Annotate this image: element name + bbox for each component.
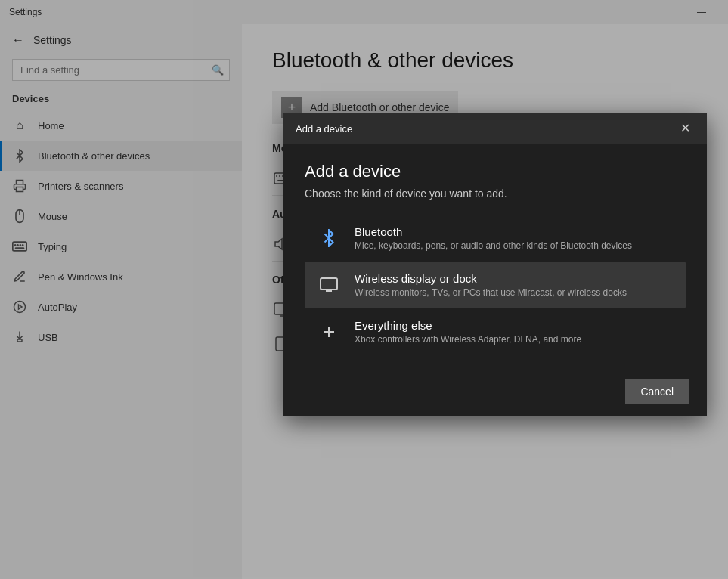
wireless-option-desc: Wireless monitors, TVs, or PCs that use …: [355, 287, 627, 298]
dialog-subtitle: Choose the kind of device you want to ad…: [305, 187, 686, 200]
dialog-option-everything[interactable]: Everything else Xbox controllers with Wi…: [305, 308, 686, 355]
bluetooth-option-desc: Mice, keyboards, pens, or audio and othe…: [355, 240, 632, 251]
everything-option-icon: [317, 320, 341, 344]
dialog-footer: Cancel: [283, 370, 707, 416]
dialog-body: Add a device Choose the kind of device y…: [283, 144, 707, 370]
wireless-option-icon: [317, 273, 341, 297]
everything-option-text: Everything else Xbox controllers with Wi…: [355, 319, 581, 345]
dialog-titlebar-text: Add a device: [296, 123, 352, 135]
dialog-option-bluetooth[interactable]: Bluetooth Mice, keyboards, pens, or audi…: [305, 215, 686, 262]
everything-option-desc: Xbox controllers with Wireless Adapter, …: [355, 334, 581, 345]
wireless-option-title: Wireless display or dock: [355, 272, 627, 285]
dialog-heading: Add a device: [305, 162, 686, 181]
bluetooth-option-icon: [317, 226, 341, 250]
cancel-button[interactable]: Cancel: [625, 379, 689, 404]
dialog-titlebar: Add a device ✕: [283, 113, 707, 144]
bluetooth-option-text: Bluetooth Mice, keyboards, pens, or audi…: [355, 225, 632, 251]
wireless-option-text: Wireless display or dock Wireless monito…: [355, 272, 627, 298]
svg-rect-23: [321, 278, 337, 290]
dialog-close-button[interactable]: ✕: [676, 121, 695, 136]
dialog-option-wireless[interactable]: Wireless display or dock Wireless monito…: [305, 262, 686, 308]
add-device-dialog: Add a device ✕ Add a device Choose the k…: [283, 113, 707, 416]
everything-option-title: Everything else: [355, 319, 581, 332]
bluetooth-option-title: Bluetooth: [355, 225, 632, 238]
